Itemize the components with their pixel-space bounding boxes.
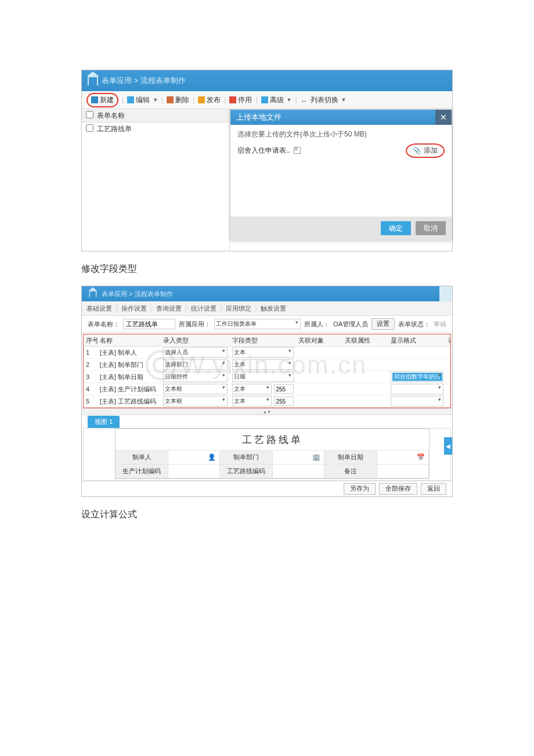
tab-bind[interactable]: 应用绑定 xyxy=(221,301,256,315)
lbl-date: 制单日期 xyxy=(324,451,377,465)
app-value: 工作日报类表单 xyxy=(216,320,257,328)
cell-seq: 5 xyxy=(84,398,98,405)
new-button[interactable]: 新建 xyxy=(86,93,118,107)
fields-grid: 序号 名称 录入类型 字段类型 关联对象 关联属性 显示格式 计算公式 1 [主… xyxy=(83,334,451,408)
tab-bar: 基础设置 操作设置 查询设置 统计设置 应用绑定 触发设置 xyxy=(82,301,452,316)
cell-name: [主表] 生产计划编码 xyxy=(98,385,161,394)
field-type-select[interactable]: 文本 xyxy=(232,347,294,358)
tab-trigger[interactable]: 触发设置 xyxy=(256,301,291,315)
row-checkbox[interactable] xyxy=(82,124,97,134)
delete-label: 删除 xyxy=(175,95,189,105)
grid-row[interactable]: 1 [主表] 制单人 选择人员 文本 xyxy=(84,347,450,359)
caret-icon: ▼ xyxy=(153,97,158,103)
screenshot-field-grid: 表单应用 > 流程表单制作 基础设置 操作设置 查询设置 统计设置 应用绑定 触… xyxy=(81,286,453,497)
set-button[interactable]: 设置 xyxy=(371,318,395,330)
panel-handle[interactable] xyxy=(439,286,452,301)
dialog-tip: 选择您要上传的文件(单次上传小于50 MB) xyxy=(237,129,445,139)
app-header: 表单应用 > 流程表单制作 xyxy=(82,286,452,301)
lbl-route-code: 工艺路线编码 xyxy=(220,465,273,478)
input-type-select[interactable]: 选择部门 xyxy=(163,359,228,370)
swap-icon xyxy=(301,97,309,103)
separator: | xyxy=(223,96,227,104)
grid-row[interactable]: 3 [主表] 制单日期 日期控件 日期 同拉伯数字年的日 xyxy=(84,371,450,383)
input-type-select[interactable]: 文本框 xyxy=(163,384,228,394)
tab-basic[interactable]: 基础设置 xyxy=(82,301,117,315)
edit-button[interactable]: 编辑 ▼ xyxy=(127,95,158,105)
saveas-button[interactable]: 另存为 xyxy=(344,483,376,495)
uploaded-file: 宿舍入住申请表.. xyxy=(237,146,301,156)
splitter-bar[interactable]: ▴ ▾ xyxy=(82,408,452,415)
field-type-select[interactable]: 日期 xyxy=(232,372,294,382)
name-input[interactable] xyxy=(123,319,175,329)
grid-row[interactable]: 2 [主表] 制单部门 选择部门 文本 xyxy=(84,359,450,371)
view-tab[interactable]: 视图 1 xyxy=(88,416,120,428)
owner-value: OA管理人员 xyxy=(333,320,368,329)
add-file-button[interactable]: 📎 添加 xyxy=(406,143,445,158)
saveall-button[interactable]: 全部保存 xyxy=(379,483,417,495)
grid-row[interactable]: 5 [主表] 工艺路线编码 文本框 文本 xyxy=(84,395,450,408)
swap-button[interactable]: 列表切换 ▼ xyxy=(301,95,347,105)
input-type-select[interactable]: 选择人员 xyxy=(163,347,228,358)
ok-button[interactable]: 确定 xyxy=(381,221,411,235)
screenshot-upload-dialog: 表单应用 > 流程表单制作 新建 | 编辑 ▼ | 删除 | 发布 xyxy=(81,70,453,251)
disp-format-select[interactable] xyxy=(391,396,443,406)
breadcrumb: 表单应用 > 流程表单制作 xyxy=(102,75,186,86)
cell-maker[interactable]: 👤 xyxy=(168,451,220,465)
cell-remark[interactable] xyxy=(377,465,429,478)
separator: | xyxy=(160,96,164,104)
org-icon: 🏢 xyxy=(312,453,320,461)
disp-format-select[interactable] xyxy=(391,384,443,394)
separator: | xyxy=(254,96,258,104)
dialog-titlebar: 上传本地文件 ✕ xyxy=(230,110,452,125)
app-select[interactable]: 工作日报类表单 xyxy=(214,319,301,329)
field-type-select[interactable]: 文本 xyxy=(232,384,272,394)
back-button[interactable]: 返回 xyxy=(421,483,446,495)
disp-format-select[interactable]: 同拉伯数字年的日 xyxy=(391,372,443,382)
cell-name: [主表] 工艺路线编码 xyxy=(98,397,161,406)
state-value: 草稿 xyxy=(434,320,446,329)
lbl-dept: 制单部门 xyxy=(220,451,273,465)
app-header: 表单应用 > 流程表单制作 xyxy=(82,70,452,91)
stop-button[interactable]: 停用 xyxy=(229,95,252,105)
owner-label: 所属人： xyxy=(304,320,330,329)
toolbar: 新建 | 编辑 ▼ | 删除 | 发布 | 停用 | xyxy=(82,91,452,109)
home-icon xyxy=(88,76,98,85)
separator: | xyxy=(192,96,196,104)
grid-row[interactable]: 4 [主表] 生产计划编码 文本框 文本 xyxy=(84,383,450,395)
tab-op[interactable]: 操作设置 xyxy=(117,301,151,315)
tab-query[interactable]: 查询设置 xyxy=(151,301,186,315)
remove-file-button[interactable] xyxy=(294,147,301,154)
cell-date[interactable]: 📅 xyxy=(377,451,429,465)
stop-icon xyxy=(229,96,236,103)
list-item[interactable]: 工艺路线单 xyxy=(82,123,229,135)
home-icon xyxy=(89,290,97,297)
swap-label: 列表切换 xyxy=(311,95,338,105)
caption-set-formula: 设立计算公式 xyxy=(81,509,453,521)
field-type-select[interactable]: 文本 xyxy=(232,396,272,406)
field-type-select[interactable]: 文本 xyxy=(232,359,294,370)
close-button[interactable]: ✕ xyxy=(435,110,452,125)
cancel-button[interactable]: 取消 xyxy=(416,221,446,235)
publish-button[interactable]: 发布 xyxy=(198,95,221,105)
delete-button[interactable]: 删除 xyxy=(167,95,189,105)
state-label: 表单状态： xyxy=(398,320,430,329)
length-input[interactable] xyxy=(274,397,294,406)
tab-stat[interactable]: 统计设置 xyxy=(186,301,221,315)
cell-route-code[interactable] xyxy=(273,465,324,478)
file-name: 宿舍入住申请表.. xyxy=(237,146,290,156)
col-input-type: 录入类型 xyxy=(161,336,230,345)
advanced-icon xyxy=(261,96,268,103)
form-preview: 工艺路线单 制单人 👤 制单部门 🏢 制单日期 📅 生产计划编码 工艺路线编码 … xyxy=(83,428,451,481)
collapse-handle[interactable]: ◀ xyxy=(444,437,452,455)
cell-seq: 4 xyxy=(84,386,98,393)
length-input[interactable] xyxy=(274,384,294,394)
input-type-select[interactable]: 日期控件 xyxy=(163,372,228,382)
lbl-maker: 制单人 xyxy=(116,451,168,465)
close-icon: ✕ xyxy=(440,113,447,122)
input-type-select[interactable]: 文本框 xyxy=(163,396,228,406)
cell-plan-code[interactable] xyxy=(168,465,220,478)
advanced-button[interactable]: 高级 ▼ xyxy=(261,95,292,105)
stop-label: 停用 xyxy=(238,95,252,105)
select-all-checkbox[interactable] xyxy=(82,111,97,120)
cell-dept[interactable]: 🏢 xyxy=(273,451,324,465)
